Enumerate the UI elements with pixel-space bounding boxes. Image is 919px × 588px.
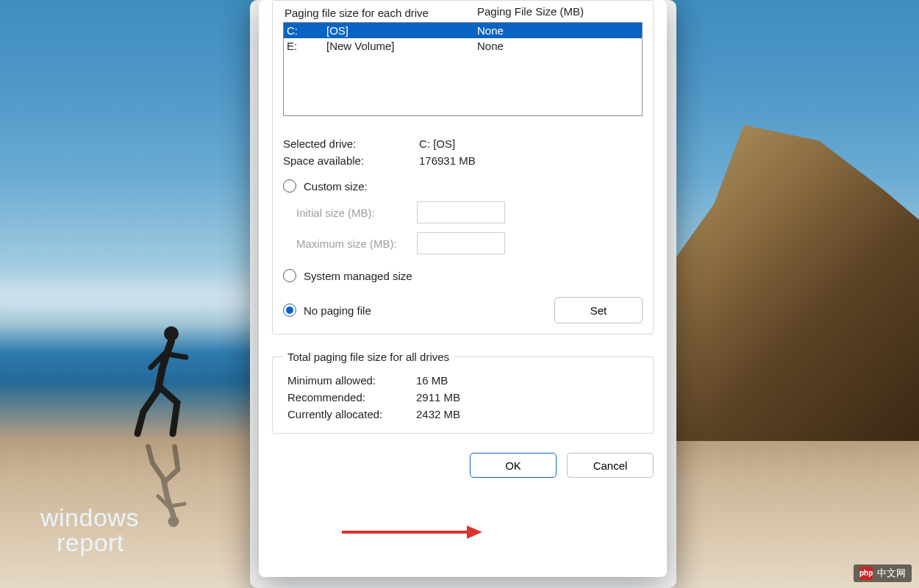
drive-letter: C: <box>287 24 326 37</box>
initial-size-row: Initial size (MB): <box>296 201 643 223</box>
maximum-size-input[interactable] <box>417 232 505 254</box>
desktop-background: windows report php 中文网 Paging file size … <box>0 0 919 588</box>
selected-drive-label: Selected drive: <box>283 137 419 150</box>
maximum-size-label: Maximum size (MB): <box>296 237 407 250</box>
radio-custom-size[interactable] <box>283 179 296 193</box>
group2-title: Total paging file size for all drives <box>283 351 454 363</box>
custom-size-radio-row[interactable]: Custom size: <box>283 179 643 193</box>
current-value: 2432 MB <box>416 408 460 420</box>
paging-file-per-drive-group: Paging file size for each drive Drive [V… <box>272 0 654 334</box>
virtual-memory-dialog: Paging file size for each drive Drive [V… <box>259 0 667 577</box>
php-text: 中文网 <box>877 567 906 580</box>
radio-custom-label: Custom size: <box>304 180 368 193</box>
radio-none-label: No paging file <box>304 304 371 317</box>
drive-letter: E: <box>287 40 326 52</box>
drive-row-c[interactable]: C: [OS] None <box>284 23 642 38</box>
no-paging-radio-row[interactable]: No paging file <box>283 304 371 317</box>
cancel-button[interactable]: Cancel <box>567 453 654 478</box>
group1-title: Paging file size for each drive <box>280 7 433 19</box>
drive-size: None <box>477 40 639 52</box>
header-size: Paging File Size (MB) <box>477 5 640 18</box>
initial-size-input[interactable] <box>417 201 505 223</box>
set-button[interactable]: Set <box>554 297 643 323</box>
selected-drive-value: C: [OS] <box>419 137 455 150</box>
radio-system-label: System managed size <box>304 270 412 282</box>
total-paging-group: Total paging file size for all drives Mi… <box>272 351 654 434</box>
drive-label: [OS] <box>326 24 477 37</box>
min-allowed-label: Minimum allowed: <box>287 374 416 387</box>
drive-label: [New Volume] <box>326 40 477 52</box>
system-managed-radio-row[interactable]: System managed size <box>283 269 643 282</box>
recommended-value: 2911 MB <box>416 391 460 404</box>
current-label: Currently allocated: <box>287 408 416 420</box>
php-badge: php <box>859 567 873 580</box>
space-available-label: Space available: <box>283 154 419 167</box>
recommended-label: Recommended: <box>287 391 416 404</box>
windows-report-watermark: windows report <box>40 505 139 555</box>
cliff-graphic <box>669 125 919 441</box>
maximum-size-row: Maximum size (MB): <box>296 232 643 254</box>
drive-list[interactable]: C: [OS] None E: [New Volume] None <box>283 22 643 116</box>
runner-reflection <box>136 441 202 529</box>
php-watermark: php 中文网 <box>854 564 912 582</box>
dialog-button-row: OK Cancel <box>272 453 654 478</box>
space-available-value: 176931 MB <box>419 154 476 167</box>
radio-no-paging[interactable] <box>283 304 296 317</box>
min-allowed-value: 16 MB <box>416 374 448 387</box>
watermark-line2: report <box>57 530 139 555</box>
selected-drive-info: Selected drive: C: [OS] Space available:… <box>283 135 643 169</box>
watermark-line1: windows <box>40 505 139 530</box>
drive-row-e[interactable]: E: [New Volume] None <box>284 38 642 54</box>
runner-graphic <box>129 323 202 441</box>
ok-button[interactable]: OK <box>470 453 557 478</box>
radio-system-managed[interactable] <box>283 269 296 282</box>
initial-size-label: Initial size (MB): <box>296 207 407 219</box>
drive-size: None <box>477 24 639 37</box>
